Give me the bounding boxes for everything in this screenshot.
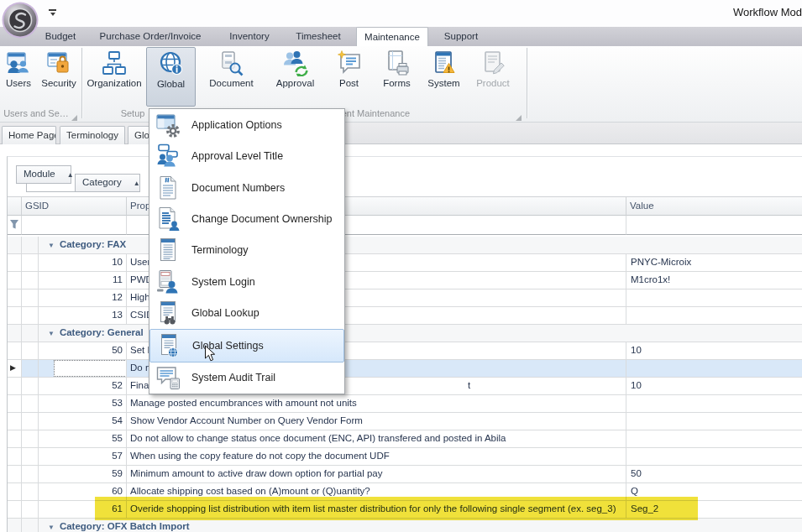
ribbon-tab-inventory[interactable]: Inventory [218,27,280,46]
users-button[interactable]: Users [1,47,36,107]
menu-item-global-settings[interactable]: Global Settings [149,329,344,362]
ribbon-button-label: GlobalOptions ▾ [147,79,195,90]
gsid-cell[interactable]: 12 [39,289,127,307]
system-login-icon [155,269,181,295]
value-cell[interactable] [626,360,802,378]
dialog-launcher-icon[interactable] [71,110,78,117]
post-messages-button[interactable]: PostMessages [328,47,370,107]
column-header-value[interactable]: Value [626,196,802,216]
organization-workflow-button[interactable]: OrganizationWorkflow [84,47,144,107]
dialog-launcher-icon[interactable] [515,110,522,117]
row-indicator-cell [8,289,22,307]
group-row-cell[interactable]: ▼Category: OFX Batch Import [39,519,802,532]
menu-item-document-numbers[interactable]: Document Numbers [149,172,344,203]
property-cell[interactable]: Manage posted encumbrances with amount n… [127,395,626,413]
menu-item-system-audit-trail[interactable]: System Audit Trail [149,362,344,394]
filter-cell-gsid[interactable] [22,216,127,235]
ribbon-tab-maintenance[interactable]: Maintenance [356,27,428,46]
gsid-cell[interactable]: 52 [39,378,127,395]
value-cell[interactable] [626,307,802,325]
value-cell[interactable] [626,289,802,307]
value-cell[interactable]: PNYC-Microix [626,254,802,272]
table-row[interactable]: 10UserIPNYC-Microix [8,254,802,272]
value-cell[interactable]: 10 [626,378,802,395]
group-row[interactable]: ▼Category: OFX Batch Import [8,519,802,532]
filter-row-icon [9,219,19,232]
gsid-cell[interactable]: 53 [39,395,127,413]
menu-item-application-options[interactable]: Application Options [149,109,344,140]
table-row[interactable]: 55Do not allow to change status once doc… [8,430,802,448]
filter-cell-value[interactable] [626,216,802,235]
property-cell[interactable]: Minimum amount to active draw down optio… [127,466,626,483]
value-cell[interactable]: 50 [626,466,802,483]
gsid-cell[interactable]: 59 [39,466,127,483]
property-cell[interactable]: When using the copy feature do not copy … [127,448,626,466]
gsid-cell[interactable]: 57 [39,448,127,466]
group-row[interactable]: ▼Category: General [8,325,802,342]
table-row[interactable]: 12High [8,289,802,307]
tab-home-page[interactable]: Home Page [2,126,56,144]
gsid-cell[interactable]: 10 [39,254,127,272]
table-row[interactable]: 13CSID [8,307,802,325]
value-cell[interactable]: M1cro1x! [626,272,802,289]
row-indicator-header [8,196,22,216]
app-logo-icon[interactable] [2,2,39,39]
current-row-marker-icon: ▶ [10,363,16,372]
gsid-cell[interactable]: 13 [39,307,127,325]
property-cell[interactable]: Show Vendor Account Number on Query Vend… [127,413,626,430]
row-indicator-cell [8,448,22,466]
gsid-cell[interactable]: 55 [39,430,127,448]
menu-item-approval-level-title[interactable]: Approval Level Title [149,140,344,171]
menu-item-change-document-ownership[interactable]: Change Document Ownership [149,203,344,234]
ribbon-tab-timesheet[interactable]: Timesheet [286,27,351,46]
group-row[interactable]: ▼Category: FAX [8,237,802,254]
menu-item-global-lookup[interactable]: Global Lookup [149,298,344,329]
table-row[interactable]: 11PWDM1cro1x! [8,272,802,289]
property-cell[interactable]: Do not allow to change status once docum… [127,430,626,448]
approval-substitution-button[interactable]: ApprovalSubstitution [265,47,326,107]
group-by-category-button[interactable]: Category▲ [75,174,140,192]
row-indicator-cell [8,519,22,532]
table-row[interactable]: 50Set N10 [8,342,802,360]
table-row[interactable]: 57When using the copy feature do not cop… [8,448,802,466]
gsid-cell[interactable]: 51 [39,360,127,378]
table-row[interactable]: 59Minimum amount to active draw down opt… [8,466,802,483]
menu-item-label: Application Options [191,119,282,131]
global-options-button[interactable]: GlobalOptions ▾ [146,47,196,107]
document-maintenance-button[interactable]: DocumentMaintenance [199,47,264,107]
collapse-arrow-icon[interactable]: ▼ [48,242,55,249]
table-row[interactable]: 52Finalt10 [8,378,802,395]
menu-item-system-login[interactable]: System Login [149,266,344,297]
tab-terminology[interactable]: Terminology [60,126,125,144]
grid-header-row: GSID Property Value [8,196,802,216]
table-row[interactable]: 53Manage posted encumbrances with amount… [8,395,802,413]
menu-item-terminology[interactable]: Terminology [149,235,344,266]
group-by-module-button[interactable]: Module▲ [16,165,71,184]
value-cell[interactable]: 10 [626,342,802,360]
value-cell[interactable] [626,395,802,413]
column-header-gsid[interactable]: GSID [22,196,127,216]
collapse-arrow-icon[interactable]: ▼ [48,524,55,531]
forms-designer-icon [384,50,411,76]
security-button[interactable]: Security [37,47,81,107]
table-row[interactable]: 54Show Vendor Account Number on Query Ve… [8,413,802,430]
ribbon-tab-support[interactable]: Support [433,27,489,46]
change-document-ownership-icon [155,206,181,232]
collapse-arrow-icon[interactable]: ▼ [48,330,55,337]
quick-access-toolbar-arrow-icon[interactable] [49,9,56,17]
table-row[interactable]: ▶51Do no [8,360,802,378]
gsid-cell[interactable]: 50 [39,342,127,360]
system-alerts-button[interactable]: SystemAlerts [423,47,464,107]
forms-designer-button[interactable]: FormsDesigner [371,47,422,107]
value-cell[interactable] [626,413,802,430]
row-indicator-cell [8,272,22,289]
value-cell[interactable] [626,448,802,466]
ribbon-tab-budget[interactable]: Budget [39,27,82,46]
gsid-cell[interactable]: 54 [39,413,127,430]
gsid-cell[interactable]: 11 [39,272,127,289]
value-cell[interactable] [626,430,802,448]
sort-ascending-icon: ▲ [134,180,140,187]
ribbon-tab-purchase-order-invoice[interactable]: Purchase Order/Invoice [87,27,213,46]
focused-cell[interactable]: 51 [54,360,127,377]
group-row-label: Category: FAX [60,239,126,249]
